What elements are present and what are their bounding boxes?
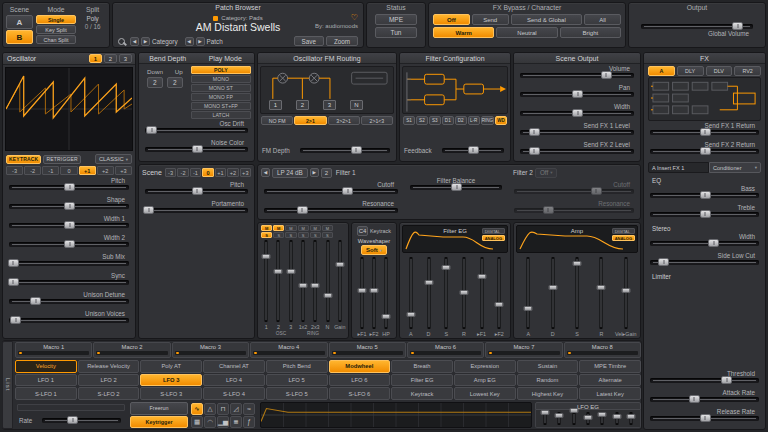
macro-control[interactable]: Macro 7 [485,342,562,358]
slider-handle[interactable] [598,412,607,417]
mute-button[interactable]: M [285,225,296,231]
mod-source-button[interactable]: S-LFO 2 [78,387,140,400]
lfo-shape-sample-hold-icon[interactable]: ▦ [191,416,203,428]
play-mode-option[interactable]: POLY [191,66,251,74]
osc-global-slider[interactable]: Osc Drift [139,119,254,138]
osc-param-slider[interactable]: Width 1 [3,214,135,233]
lfo-eg-slider[interactable] [552,410,566,427]
filter-config-option[interactable]: L-R [468,116,480,125]
keytrack-slider[interactable]: ▸F1 [356,255,368,338]
macro-value-bar[interactable] [488,351,559,355]
global-volume-slider[interactable]: Global Volume [629,12,765,46]
mod-source-button[interactable]: LFO 3 [140,374,202,387]
scene-mode-option[interactable]: Key Split [36,25,76,34]
slider-track[interactable] [356,255,368,331]
osc-octave-cell[interactable]: -3 [6,166,23,175]
lfo-eg-slider[interactable] [595,410,609,427]
slider-handle[interactable] [700,191,711,199]
mod-source-button[interactable]: S-LFO 6 [329,387,391,400]
slider-handle[interactable] [451,183,462,191]
slider-track[interactable] [260,238,272,324]
macro-value-bar[interactable] [332,351,403,355]
filter2-slider[interactable]: Resonance [508,199,640,218]
category-next-button[interactable]: ▶ [141,37,150,46]
favorite-icon[interactable]: ♡ [351,14,358,22]
slider-handle[interactable] [543,206,554,214]
slider-track[interactable] [309,238,321,324]
filter1-slider[interactable]: Cutoff [258,180,404,199]
play-mode-option[interactable]: LATCH [191,111,251,119]
macro-control[interactable]: Macro 3 [172,342,249,358]
scene-output-slider[interactable]: Pan [514,83,640,102]
lfo-shape-square-icon[interactable]: ⊓ [217,403,229,415]
keytrack-toggle[interactable]: KEYTRACK [6,155,41,164]
fx-return-slider[interactable]: Send FX 1 Return [644,121,765,140]
slider-handle[interactable] [382,314,391,319]
slider-handle[interactable] [700,210,711,218]
lfo-shape-mseg-icon[interactable]: ≣ [230,416,242,428]
lfo-shape-envelope-icon[interactable]: ◠ [204,416,216,428]
slider-handle[interactable] [548,285,557,290]
macro-value-bar[interactable] [253,351,324,355]
eq-slider[interactable]: Bass [644,184,765,203]
fm-route-option[interactable]: NO FM [261,116,293,125]
fx-routing-grid[interactable] [648,77,761,121]
filter1-type-next-button[interactable]: ▶ [310,168,319,177]
slider-handle[interactable] [442,265,451,270]
slider-track[interactable] [321,238,333,324]
slider-handle[interactable] [298,283,307,288]
save-button[interactable]: Save [294,36,324,46]
slider-track[interactable] [9,318,129,323]
macro-control[interactable]: Macro 6 [407,342,484,358]
limiter-slider[interactable]: Attack Rate [644,388,765,407]
slider-handle[interactable] [311,283,320,288]
slider-handle[interactable] [597,285,606,290]
slider-track[interactable] [567,410,581,427]
slider-handle[interactable] [495,302,504,307]
amp-eg-slider[interactable]: A [516,255,540,338]
lfo-shape-step-seq-icon[interactable]: ▁▅ [217,416,229,428]
slider-track[interactable] [650,212,759,217]
lfo-shape-triangle-icon[interactable]: △ [204,403,216,415]
slider-track[interactable] [538,410,552,427]
slider-handle[interactable] [732,22,743,30]
slider-track[interactable] [589,255,613,331]
slider-track[interactable] [9,280,129,285]
fx-slot[interactable]: DLV [706,66,733,76]
lfo-waveform-display[interactable] [260,402,532,428]
mod-source-button[interactable]: Amp EG [454,374,516,387]
scene-output-slider[interactable]: Volume [514,64,640,83]
oscillator-tab[interactable]: 3 [119,54,132,63]
amp-eg-slider[interactable]: Vel▸Gain [614,255,638,338]
slider-handle[interactable] [146,126,157,134]
mute-button[interactable]: M [310,225,321,231]
zoom-button[interactable]: Zoom [326,36,358,46]
oscillator-tab[interactable]: 1 [89,54,102,63]
filter-eg-slider[interactable]: ▸F2 [490,255,508,338]
osc-octave-cell[interactable]: +2 [97,166,114,175]
slider-track[interactable] [520,92,634,97]
slider-handle[interactable] [569,408,578,413]
slider-track[interactable] [264,189,398,194]
mod-source-button[interactable]: Alternate [579,374,641,387]
slider-track[interactable] [9,261,129,266]
lfo-shape-formula-icon[interactable]: ƒ [243,416,255,428]
mod-source-button[interactable]: Pitch Bend [266,360,328,373]
filter-config-option[interactable]: S2 [416,116,428,125]
mod-source-button[interactable]: MPE Timbre [579,360,641,373]
slider-handle[interactable] [700,128,711,136]
slider-track[interactable] [609,410,623,427]
lfo-shape-sine-icon[interactable]: ∿ [191,403,203,415]
macro-control[interactable]: Macro 2 [93,342,170,358]
mod-source-button[interactable]: Expression [454,360,516,373]
slider-handle[interactable] [689,395,700,403]
slider-handle[interactable] [10,316,21,324]
limiter-slider[interactable]: Release Rate [644,407,765,426]
slider-handle[interactable] [286,269,295,274]
slider-handle[interactable] [67,416,78,424]
osc-octave-cell[interactable]: -2 [24,166,41,175]
play-mode-option[interactable]: MONO FP [191,93,251,101]
slider-track[interactable] [650,130,759,135]
slider-track[interactable] [641,24,753,29]
mixer-channel-slider[interactable]: N [321,238,333,331]
